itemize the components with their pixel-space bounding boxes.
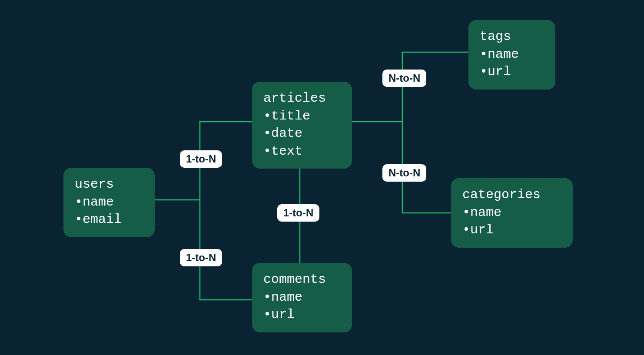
entity-field: •title [263,107,341,125]
entity-field: •name [263,289,341,306]
entity-title: categories [462,186,561,204]
connector-line [352,52,468,122]
relationship-articles-categories: N-to-N [382,164,426,182]
entity-field: •name [480,46,544,63]
entity-articles: articles •title •date •text [252,82,352,169]
entity-title: articles [263,90,341,107]
er-diagram-canvas: users •name •email articles •title •date… [0,0,644,355]
entity-field: •name [462,204,561,222]
relationship-articles-comments: 1-to-N [277,204,319,222]
entity-title: tags [480,28,544,46]
entity-field: •date [263,125,341,143]
entity-title: comments [263,271,341,289]
entity-field: •name [75,193,143,211]
relationship-articles-tags: N-to-N [382,70,426,87]
entity-field: •text [263,143,341,160]
entity-tags: tags •name •url [468,20,555,90]
relationship-users-comments: 1-to-N [180,249,222,266]
entity-field: •url [480,63,544,81]
entity-users: users •name •email [63,168,155,237]
entity-field: •email [75,211,143,229]
entity-comments: comments •name •url [252,263,352,332]
entity-field: •url [263,306,341,324]
relationship-users-articles: 1-to-N [180,150,222,168]
entity-title: users [75,176,143,193]
entity-categories: categories •name •url [451,178,573,248]
entity-field: •url [462,221,561,239]
